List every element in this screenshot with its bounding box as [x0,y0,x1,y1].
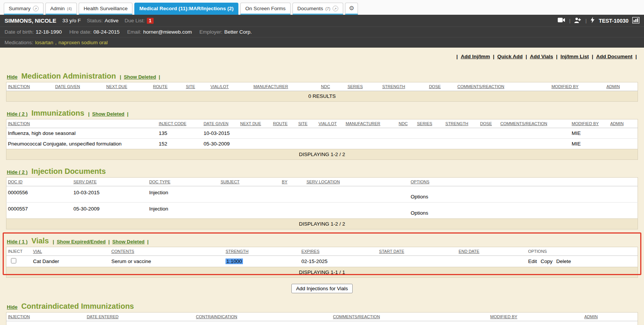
tab-summary[interactable]: Summary ↗ [4,3,44,15]
col-doc-id[interactable]: DOC ID [8,180,23,184]
options-menu[interactable]: Options [411,194,428,200]
col-doc-type[interactable]: DOC TYPE [149,180,170,184]
col-site[interactable]: SITE [298,121,307,126]
col-comments-reaction[interactable]: COMMENTS/REACTION [333,314,380,319]
col-serv-location[interactable]: SERV LOCATION [306,180,340,184]
tab-medical-record[interactable]: Medical Record (11):MAR/Injections (2) [134,3,238,15]
col-admin[interactable]: ADMIN [610,121,624,126]
edit-link[interactable]: Edit [528,258,537,264]
tab-on-screen-forms[interactable]: On Screen Forms [240,3,291,15]
col-modified-by[interactable]: MODIFIED BY [572,121,599,126]
col-admin[interactable]: ADMIN [607,84,620,89]
col-expires[interactable]: EXPIRES [302,249,320,254]
chart-icon[interactable] [632,17,639,25]
settings-tab[interactable]: ⚙ [345,3,358,15]
col-series[interactable]: SERIES [347,84,362,89]
show-deleted-link[interactable]: Show Deleted [112,239,145,245]
col-injection[interactable]: INJECTION [8,314,30,319]
col-vial-lot[interactable]: VIAL/LOT [210,84,229,89]
section-title: Injection Documents [31,167,106,176]
col-end-date[interactable]: END DATE [459,249,479,254]
hide-link[interactable]: Hide [7,74,17,80]
vial-select-checkbox[interactable] [11,258,16,263]
action-add-document[interactable]: Add Document [596,54,632,59]
col-series[interactable]: SERIES [417,121,432,126]
hide-link[interactable]: Hide ( 1 ) [7,239,28,245]
col-next-due[interactable]: NEXT DUE [106,84,127,89]
col-by[interactable]: BY [282,180,288,184]
immunization-row[interactable]: Pneumococcal Conjugate, unspecified form… [6,139,638,149]
action-quick-add[interactable]: Quick Add [497,54,523,59]
col-inject-code[interactable]: INJECT CODE [159,121,186,126]
cell-doc-type: Injection [148,203,219,219]
col-manufacturer[interactable]: MANUFACTURER [254,84,288,89]
add-injections-for-vials-button[interactable]: Add Injections for Vials [291,284,352,293]
col-route[interactable]: ROUTE [153,84,168,89]
section-title: Medication Administration [21,72,116,80]
col-contraindication[interactable]: CONTRAINDICATION [196,314,237,319]
col-vial[interactable]: VIAL [33,249,42,254]
col-date-given[interactable]: DATE GIVEN [204,121,229,126]
tab-label: Admin [50,6,65,11]
col-serv-date[interactable]: SERV DATE [73,180,96,184]
col-ndc[interactable]: NDC [321,84,330,89]
tab-admin[interactable]: Admin (4) [45,3,77,15]
col-vial-lot[interactable]: VIAL/LOT [319,121,337,126]
col-injection[interactable]: INJECTION [8,84,30,89]
col-date-entered[interactable]: DATE ENTERED [87,314,118,319]
show-deleted-link[interactable]: Show Deleted [124,74,156,80]
action-inj-imm-list[interactable]: Inj/Imm List [560,54,589,59]
document-row[interactable]: 0000557 05-30-2009 Injection Options [6,203,638,219]
hire-date-label: Hire date: [69,29,92,35]
immunizations-table: INJECTION INJECT CODE DATE GIVEN NEXT DU… [6,119,638,160]
action-add-inj-imm[interactable]: Add Inj/Imm [461,54,490,59]
col-contents[interactable]: CONTENTS [111,249,134,254]
copy-link[interactable]: Copy [541,258,553,264]
col-manufacturer[interactable]: MANUFACTURER [345,121,380,126]
col-strength[interactable]: STRENGTH [382,84,405,89]
immunization-row[interactable]: Influenza, high dose seasonal 135 10-03-… [6,128,638,139]
col-comments-reaction[interactable]: COMMENTS/REACTION [457,84,504,89]
medication-link[interactable]: naproxen sodium oral [59,40,108,45]
popout-icon[interactable]: ↗ [333,6,338,11]
delete-link[interactable]: Delete [556,258,571,264]
col-site[interactable]: SITE [186,84,195,89]
col-date-given[interactable]: DATE GIVEN [55,84,80,89]
tab-documents[interactable]: Documents (7) ↗ [292,3,343,15]
col-subject[interactable]: SUBJECT [221,180,240,184]
popout-icon[interactable]: ↗ [33,6,39,11]
col-modified-by[interactable]: MODIFIED BY [551,84,579,89]
lightning-icon[interactable] [590,17,595,24]
section-title: Contraindicated Immunizations [21,302,134,311]
document-row[interactable]: 0000556 10-03-2015 Injection Options [6,186,638,203]
show-deleted-link[interactable]: Show Deleted [92,111,124,117]
col-route[interactable]: ROUTE [273,121,288,126]
medication-link[interactable]: losartan [35,40,53,45]
col-ndc[interactable]: NDC [399,121,408,126]
action-add-vials[interactable]: Add Vials [530,54,553,59]
col-strength[interactable]: STRENGTH [445,121,468,126]
video-call-icon[interactable] [558,17,565,24]
hide-link[interactable]: Hide ( 2 ) [7,111,28,117]
due-list-badge[interactable]: 1 [147,18,154,24]
add-person-icon[interactable] [574,17,582,24]
section-immunizations: Hide ( 2 ) Immunizations | Show Deleted … [6,108,638,160]
col-dose[interactable]: DOSE [429,84,441,89]
col-dose[interactable]: DOSE [480,121,492,126]
options-menu[interactable]: Options [411,210,428,216]
col-start-date[interactable]: START DATE [379,249,404,254]
hide-link[interactable]: Hide [7,304,17,310]
col-next-due[interactable]: NEXT DUE [240,121,261,126]
col-strength[interactable]: STRENGTH [226,249,249,254]
col-admin[interactable]: ADMIN [584,314,597,319]
tab-health-surveillance[interactable]: Health Surveillance [79,3,132,15]
vial-row[interactable]: Cat Dander Serum or vaccine 1:1000 02-15… [6,256,638,267]
col-comments-reaction[interactable]: COMMENTS/REACTION [500,121,547,126]
patient-header-bar: SIMMONS, NICOLE 33 y/o F Status: Active … [0,15,644,26]
show-expired-link[interactable]: Show Expired/Ended [57,239,106,245]
col-injection[interactable]: INJECTION [8,121,30,126]
hide-link[interactable]: Hide ( 2 ) [7,169,28,175]
hire-date-value: 08-24-2015 [93,29,120,35]
col-modified-by[interactable]: MODIFIED BY [490,314,518,319]
col-options[interactable]: OPTIONS [411,180,429,184]
